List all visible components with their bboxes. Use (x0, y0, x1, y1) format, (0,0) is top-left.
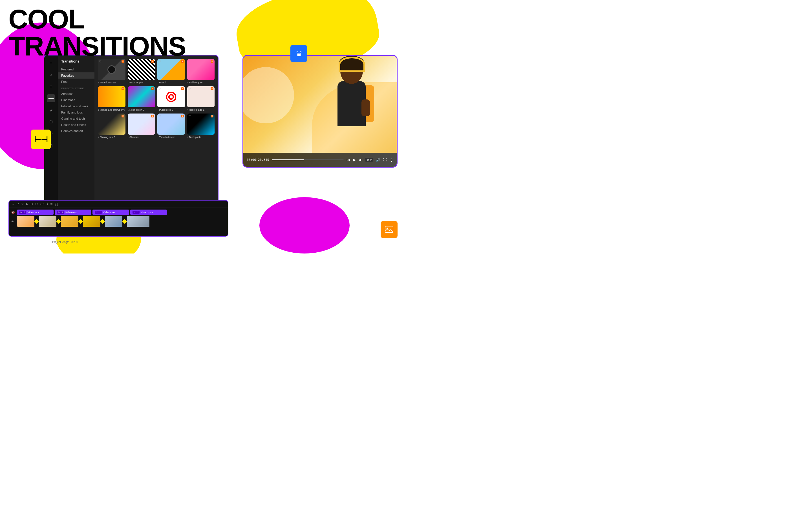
premium-crown-badge[interactable]: ♛ (290, 45, 307, 62)
preview-bg (243, 56, 397, 153)
timeline-filter[interactable]: ≋ (50, 202, 53, 206)
video-preview: 00:06:20.345 ⏮ ▶ ⏭ 16:9 🔊 ⛶ ⋮ (243, 55, 398, 168)
timeline-timer[interactable]: ⊙ (31, 202, 33, 206)
editor-icon: ⊢⊣ (34, 135, 48, 144)
video-clip-4[interactable]: fx · 1 Video.mov (130, 210, 167, 215)
person-figure (315, 56, 388, 153)
diamond-icon (56, 219, 61, 224)
heart-icon: ♡ (129, 87, 132, 91)
svg-rect-0 (385, 226, 393, 232)
volume-button[interactable]: 🔊 (376, 158, 380, 162)
fast-forward-button[interactable]: ⏭ (359, 158, 362, 162)
transition-time-travel[interactable]: ♡ ♛ ↓Time to travel (157, 114, 185, 138)
transition-pulses-red[interactable]: ♡ ♛ ↓Pulses red 5 (157, 86, 185, 111)
transition-label: ↓Stickers (128, 136, 155, 138)
image-badge[interactable] (380, 221, 398, 238)
clip-fx-badge: fx · 1 (19, 211, 26, 214)
panel-item-family[interactable]: Family and kids (58, 109, 94, 115)
clip-filename: Video.mov (141, 211, 153, 214)
transition-beach[interactable]: ♡ ♛ ↓Beach (157, 59, 185, 84)
thumb-5 (105, 216, 122, 227)
timeline-area: ≡ ↩ ↻ ▶ ⊙ ✂ ⟷ ℹ ≋ ⛓ 🔇 fx · 1 Video.mov f… (8, 200, 229, 237)
crown-icon: ♛ (121, 87, 124, 90)
timeline-play[interactable]: ▶ (26, 202, 28, 206)
preview-content (243, 56, 397, 153)
transition-red-collage[interactable]: ♡ ♛ ↓Red collage 1 (187, 86, 215, 111)
effects-store-label: EFFECTS STORE (58, 85, 94, 91)
thumbnail-strip (17, 216, 225, 227)
heart-icon: ♡ (188, 87, 191, 91)
sidebar-time[interactable]: ⏱ (47, 118, 55, 126)
mute-icon[interactable]: 🔇 (11, 211, 16, 214)
panel-item-abstract[interactable]: Abstract (58, 91, 94, 97)
diamond-icon (35, 219, 39, 224)
panel-item-featured[interactable]: Featured (58, 66, 94, 72)
transition-diamond-4 (100, 216, 105, 227)
video-clip-1[interactable]: fx · 1 Video.mov (17, 210, 54, 215)
transition-label: ↓Time to travel (157, 136, 185, 138)
transition-attention-span[interactable]: ♡ ♛ ↓Attention span (98, 59, 125, 84)
crown-icon: ♛ (151, 87, 154, 90)
eye-icon[interactable]: 👁 (11, 220, 16, 223)
timeline-info[interactable]: ℹ (47, 202, 48, 206)
video-tracks: 🔇 fx · 1 Video.mov fx · 1 Video.mov fx ·… (9, 208, 228, 228)
more-button[interactable]: ⋮ (390, 158, 393, 162)
progress-fill (272, 159, 304, 160)
panel-item-education[interactable]: Education and work (58, 103, 94, 109)
transition-toothpaste[interactable]: ♡ ♛ ↓Toothpaste (187, 114, 215, 138)
headphones (339, 57, 365, 72)
crown-icon: ♛ (296, 49, 303, 58)
grid-container: ♡ ♛ ↓Attention span ♛ ↓B&W stripes (98, 59, 214, 138)
play-button[interactable]: ▶ (353, 158, 356, 162)
image-icon (385, 225, 394, 234)
crown-icon: ♛ (181, 87, 184, 90)
timeline-controls: ≡ ↩ ↻ ▶ ⊙ ✂ ⟷ ℹ ≋ ⛓ (9, 201, 228, 208)
crown-icon: ♛ (121, 115, 124, 117)
panel-item-gaming[interactable]: Gaming and tech (58, 115, 94, 122)
video-clip-2[interactable]: fx · 1 Video.mov (55, 210, 91, 215)
transition-mango-strawberry[interactable]: ♛ ↓Mango and strawberry (98, 86, 125, 111)
panel-item-cinematic[interactable]: Cinematic (58, 97, 94, 103)
panel-item-free[interactable]: Free (58, 78, 94, 85)
transition-diamond-1 (35, 216, 39, 227)
transition-neon-glitch[interactable]: ♡ ♛ ↓Neon glitch 2 (128, 86, 155, 111)
clip-filename: Video.mov (103, 211, 115, 214)
transition-label: ↓Bubble gum (187, 81, 215, 84)
bg-shape-1 (243, 67, 294, 123)
transition-shining-sun[interactable]: ♛ ↓Shining sun 2 (98, 114, 125, 138)
thumb-3 (61, 216, 79, 227)
transition-stickers[interactable]: ♛ ↓Stickers (128, 114, 155, 138)
bg-magenta-bottom (259, 197, 350, 253)
transition-label: ↓Red collage 1 (187, 108, 215, 111)
timeline-list-icon[interactable]: ≡ (12, 203, 14, 206)
editor-badge[interactable]: ⊢⊣ (31, 129, 51, 149)
panel-item-favorites[interactable]: Favorites (58, 72, 94, 78)
progress-bar[interactable] (272, 159, 344, 160)
heart-icon: ♡ (188, 115, 191, 118)
track-row-clips: 🔇 fx · 1 Video.mov fx · 1 Video.mov fx ·… (11, 210, 225, 215)
video-clip-3[interactable]: fx · 1 Video.mov (93, 210, 129, 215)
track-row-thumbs: 👁 (11, 216, 225, 227)
rewind-button[interactable]: ⏮ (347, 158, 350, 162)
timeline-redo[interactable]: ↻ (21, 202, 24, 206)
aspect-ratio-badge[interactable]: 16:9 (365, 158, 373, 162)
timeline-undo[interactable]: ↩ (16, 202, 19, 206)
panel-item-hobbies[interactable]: Hobbies and art (58, 128, 94, 134)
sidebar-effects[interactable]: ★ (47, 106, 55, 114)
timeline-stretch[interactable]: ⟷ (40, 202, 45, 206)
transition-diamond-5 (122, 216, 127, 227)
timeline-chain[interactable]: ⛓ (55, 203, 58, 206)
timeline-cut[interactable]: ✂ (35, 202, 38, 206)
transition-bubble-gum[interactable]: ♛ ↓Bubble gum (187, 59, 215, 84)
fullscreen-button[interactable]: ⛶ (383, 158, 387, 162)
panel-item-health[interactable]: Health and fitness (58, 122, 94, 128)
sidebar-transitions[interactable]: ⟷ (47, 94, 55, 102)
transition-label: ↓Neon glitch 2 (128, 108, 155, 111)
transition-bw-stripes[interactable]: ♛ ↓B&W stripes (128, 59, 155, 84)
sidebar-text[interactable]: T (47, 82, 55, 91)
thumb-4 (83, 216, 100, 227)
clip-filename: Video.mov (65, 211, 77, 214)
transition-label: ↓Shining sun 2 (98, 136, 125, 138)
sidebar-audio[interactable]: ♪ (47, 71, 55, 78)
crown-icon: ♛ (181, 115, 184, 117)
